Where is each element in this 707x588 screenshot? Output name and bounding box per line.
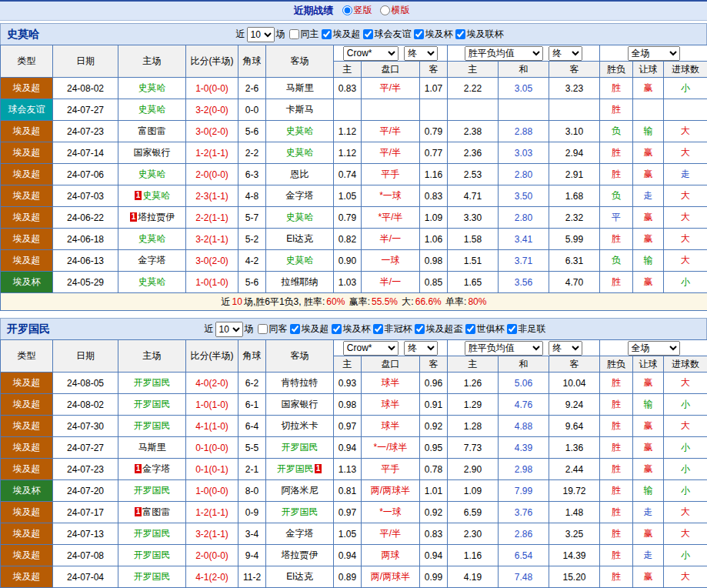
match-score[interactable]: 4-1(2-0) bbox=[186, 566, 238, 588]
odds-provider-select[interactable]: Crow* bbox=[343, 341, 399, 356]
team-link[interactable]: 国家银行 bbox=[282, 399, 318, 409]
team-link[interactable]: 史莫哈 bbox=[138, 276, 166, 287]
fulltime-select[interactable]: 全场 bbox=[628, 46, 680, 61]
filter-checkbox[interactable] bbox=[332, 324, 342, 334]
team-link[interactable]: 开罗国民 bbox=[277, 463, 314, 474]
filter-checkbox[interactable] bbox=[363, 29, 373, 39]
team-link[interactable]: 肯特拉特 bbox=[282, 377, 318, 388]
europe-odds-time-select[interactable]: 终 bbox=[549, 341, 582, 356]
team-link[interactable]: 阿洛米尼 bbox=[282, 485, 318, 496]
match-score[interactable]: 0-1(0-1) bbox=[186, 459, 238, 480]
filter-checkbox[interactable] bbox=[455, 29, 465, 39]
filter-checkbox[interactable] bbox=[290, 324, 300, 334]
team-link[interactable]: 史莫哈 bbox=[142, 190, 170, 201]
team-link[interactable]: 富图雷 bbox=[138, 125, 166, 136]
filter-checkbox[interactable] bbox=[507, 324, 517, 334]
match-score[interactable]: 4-1(1-0) bbox=[186, 416, 238, 437]
team-link[interactable]: 金字塔 bbox=[138, 255, 166, 266]
team-link[interactable]: 开罗国民 bbox=[282, 506, 318, 517]
team-link[interactable]: 金字塔 bbox=[142, 463, 170, 474]
filter-checkbox[interactable] bbox=[415, 324, 425, 334]
filter-option[interactable]: 同客 bbox=[258, 322, 288, 336]
team-link[interactable]: 开罗国民 bbox=[134, 377, 171, 388]
team-link[interactable]: 开罗国民 bbox=[134, 420, 171, 431]
team-link[interactable]: 塔拉贾伊 bbox=[282, 550, 318, 560]
team-link[interactable]: 史莫哈 bbox=[286, 255, 314, 266]
team-link[interactable]: 史莫哈 bbox=[138, 82, 166, 93]
team-link[interactable]: 国家银行 bbox=[134, 147, 171, 158]
filter-option[interactable]: 埃及联杯 bbox=[455, 28, 504, 41]
team-link[interactable]: 史莫哈 bbox=[138, 169, 166, 179]
match-score[interactable]: 3-2(1-1) bbox=[186, 523, 238, 545]
team-link[interactable]: 开罗国民 bbox=[134, 528, 171, 539]
filter-checkbox[interactable] bbox=[373, 324, 383, 334]
match-score[interactable]: 2-0(0-0) bbox=[186, 545, 238, 566]
team-link[interactable]: 金字塔 bbox=[286, 528, 314, 539]
team-link[interactable]: 开罗国民 bbox=[134, 550, 171, 560]
europe-odds-select[interactable]: 胜平负均值 bbox=[465, 341, 543, 356]
europe-odds-select[interactable]: 胜平负均值 bbox=[465, 46, 543, 61]
fulltime-select[interactable]: 全场 bbox=[628, 341, 680, 356]
match-score[interactable]: 1-0(1-0) bbox=[186, 394, 238, 416]
team-link[interactable]: 切拉米卡 bbox=[282, 420, 318, 431]
team-link[interactable]: El达克 bbox=[286, 571, 313, 582]
match-score[interactable]: 1-2(1-1) bbox=[186, 502, 238, 523]
team-link[interactable]: El达克 bbox=[286, 233, 313, 244]
layout-option[interactable]: 横版 bbox=[380, 4, 410, 17]
match-score[interactable]: 3-0(2-0) bbox=[186, 250, 238, 272]
filter-option[interactable]: 球会友谊 bbox=[363, 28, 412, 41]
team-link[interactable]: 史莫哈 bbox=[138, 104, 166, 115]
europe-odds-time-select[interactable]: 终 bbox=[549, 46, 582, 61]
team-link[interactable]: 史莫哈 bbox=[286, 125, 314, 136]
match-score[interactable]: 2-0(0-0) bbox=[186, 164, 238, 185]
match-score[interactable]: 1-2(1-1) bbox=[186, 142, 238, 164]
filter-checkbox[interactable] bbox=[322, 29, 332, 39]
match-score[interactable]: 3-0(2-0) bbox=[186, 121, 238, 142]
team-link[interactable]: 拉维耶纳 bbox=[282, 276, 318, 287]
team-link[interactable]: 恩比 bbox=[291, 169, 309, 179]
match-score[interactable]: 3-2(1-1) bbox=[186, 229, 238, 250]
recent-games-select[interactable]: 10 bbox=[247, 27, 275, 42]
asia-odds-time-select[interactable]: 终 bbox=[404, 46, 438, 61]
filter-checkbox[interactable] bbox=[289, 29, 299, 39]
layout-radio[interactable] bbox=[380, 5, 390, 15]
filter-option[interactable]: 世俱杯 bbox=[465, 322, 505, 336]
team-link[interactable]: 塔拉贾伊 bbox=[138, 212, 175, 222]
layout-radio[interactable] bbox=[342, 5, 352, 15]
filter-checkbox[interactable] bbox=[258, 324, 268, 334]
filter-option[interactable]: 非足联 bbox=[507, 322, 546, 336]
filter-option[interactable]: 埃及杯 bbox=[414, 28, 453, 41]
odds-provider-select[interactable]: Crow* bbox=[343, 46, 399, 61]
filter-option[interactable]: 埃及超盃 bbox=[415, 322, 463, 336]
recent-games-select[interactable]: 10 bbox=[215, 322, 243, 337]
layout-option[interactable]: 竖版 bbox=[342, 4, 372, 17]
match-score[interactable]: 2-3(1-1) bbox=[186, 185, 238, 207]
team-link[interactable]: 开罗国民 bbox=[282, 442, 318, 453]
match-score[interactable]: 1-0(0-0) bbox=[186, 78, 238, 99]
filter-checkbox[interactable] bbox=[414, 29, 424, 39]
team-link[interactable]: 史莫哈 bbox=[286, 147, 314, 158]
filter-option[interactable]: 埃及超 bbox=[290, 322, 329, 336]
filter-option[interactable]: 埃及杯 bbox=[332, 322, 371, 336]
team-link[interactable]: 开罗国民 bbox=[134, 485, 171, 496]
team-link[interactable]: 史莫哈 bbox=[286, 212, 314, 222]
match-score[interactable]: 1-0(1-0) bbox=[186, 272, 238, 293]
asia-odds-time-select[interactable]: 终 bbox=[404, 341, 438, 356]
team-link[interactable]: 金字塔 bbox=[286, 190, 314, 201]
filter-option[interactable]: 同主 bbox=[289, 28, 319, 41]
match-score[interactable]: 4-0(2-0) bbox=[186, 373, 238, 394]
team-link[interactable]: 史莫哈 bbox=[138, 233, 166, 244]
team-link[interactable]: 开罗国民 bbox=[134, 399, 171, 409]
match-score[interactable]: 0-1(0-0) bbox=[186, 437, 238, 459]
team-link[interactable]: 马斯里 bbox=[138, 442, 166, 453]
filter-option[interactable]: 埃及超 bbox=[322, 28, 361, 41]
team-link[interactable]: 富图雷 bbox=[142, 506, 170, 517]
filter-checkbox[interactable] bbox=[465, 324, 475, 334]
match-score[interactable]: 3-2(0-0) bbox=[186, 99, 238, 121]
match-score[interactable]: 2-2(1-1) bbox=[186, 207, 238, 229]
filter-option[interactable]: 非冠杯 bbox=[373, 322, 412, 336]
match-score[interactable]: 1-0(0-0) bbox=[186, 480, 238, 502]
team-link[interactable]: 卡斯马 bbox=[286, 104, 314, 115]
team-link[interactable]: 开罗国民 bbox=[134, 571, 171, 582]
team-link[interactable]: 马斯里 bbox=[286, 82, 314, 93]
